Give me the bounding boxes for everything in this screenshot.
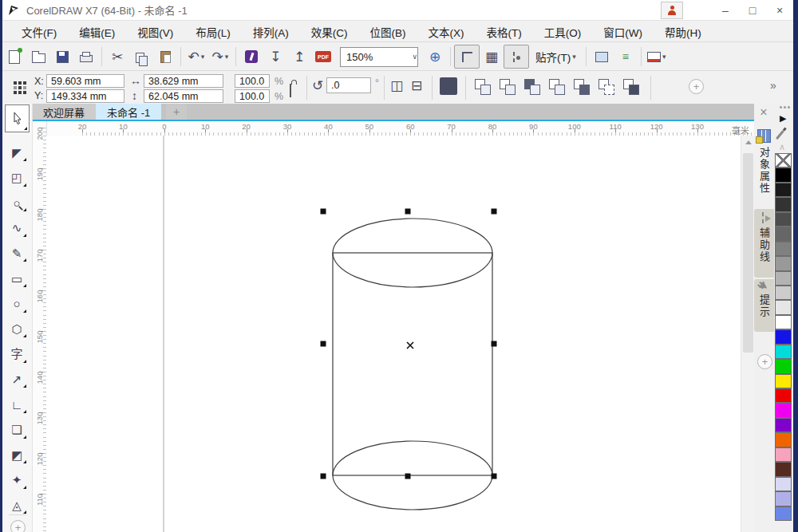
color-swatch-orange[interactable] — [775, 432, 792, 447]
color-swatch-lavender[interactable] — [775, 477, 792, 491]
color-swatch-purple[interactable] — [775, 418, 792, 432]
show-rulers-button[interactable] — [454, 45, 480, 69]
zoom-level-combo[interactable]: 150% ∨ — [340, 47, 418, 67]
new-tab-button[interactable]: + — [166, 104, 187, 120]
selection-handle[interactable] — [405, 474, 411, 479]
paste-button[interactable] — [153, 45, 177, 68]
intersect-button[interactable] — [523, 77, 542, 97]
vertical-scrollbar[interactable] — [741, 136, 755, 532]
docker-tab-guidelines[interactable]: 辅助线 — [754, 209, 774, 278]
object-width-input[interactable]: 38.629 mm — [144, 74, 223, 88]
export-button[interactable]: ↥ — [287, 45, 311, 68]
menu-item-4[interactable]: 布局(L) — [184, 21, 242, 43]
show-grid-button[interactable]: ▦ — [480, 45, 504, 68]
horizontal-ruler[interactable]: 毫米 20100102030405060708090100110120130 — [46, 121, 754, 136]
smart-fill-tool[interactable]: ◬ — [6, 495, 28, 515]
vertical-ruler[interactable]: 200190180170160150140130120110 — [32, 121, 47, 532]
color-swatch-40-black[interactable] — [775, 256, 792, 270]
mirror-vertical-icon[interactable]: ⊟ — [411, 79, 422, 93]
workspace-button[interactable]: ▾ — [645, 45, 669, 68]
menu-item-3[interactable]: 视图(V) — [126, 21, 184, 43]
menu-item-8[interactable]: 文本(X) — [417, 21, 476, 43]
redo-button[interactable]: ↷▾ — [208, 45, 232, 68]
selection-handle[interactable] — [492, 209, 497, 215]
menu-item-6[interactable]: 效果(C) — [300, 21, 359, 43]
selection-handle[interactable] — [321, 341, 326, 347]
scroll-up-icon[interactable] — [741, 136, 755, 148]
color-swatch-70-black[interactable] — [775, 212, 792, 227]
text-tool[interactable]: 字 — [6, 344, 28, 365]
cut-button[interactable]: ✂ — [105, 45, 129, 68]
scale-x-input[interactable]: 100.0 — [235, 74, 270, 88]
cylinder-body[interactable] — [333, 253, 492, 475]
color-swatch-light-violet[interactable] — [775, 491, 792, 506]
selection-handle[interactable] — [405, 209, 411, 215]
menu-item-10[interactable]: 工具(O) — [533, 21, 593, 43]
menu-item-7[interactable]: 位图(B) — [359, 21, 417, 43]
color-eyedropper-tool[interactable]: ✦ — [6, 470, 28, 491]
quick-customize-button[interactable]: + — [689, 79, 704, 94]
color-swatch-blue[interactable] — [775, 329, 792, 344]
toolbox-quick-customize-button[interactable]: + — [10, 520, 26, 532]
color-swatch-green[interactable] — [775, 359, 792, 373]
fullscreen-preview-button[interactable]: ⊕ — [423, 45, 447, 68]
color-swatch-20-black[interactable] — [775, 286, 792, 300]
tab-welcome-screen[interactable]: 欢迎屏幕 — [32, 104, 96, 120]
color-swatch-cyan[interactable] — [775, 345, 792, 359]
maximize-button[interactable]: □ — [739, 2, 766, 19]
close-button[interactable]: × — [766, 2, 793, 19]
overflow-chevron-icon[interactable]: » — [770, 79, 776, 92]
transparency-tool[interactable]: ◩ — [6, 444, 28, 465]
cylinder-drawing[interactable] — [46, 136, 741, 532]
docker-tab-hints[interactable]: 提示 — [754, 279, 774, 332]
selection-handle[interactable] — [492, 341, 497, 347]
rotation-input[interactable]: .0 — [326, 77, 371, 93]
color-swatch-white[interactable] — [775, 315, 792, 329]
customize-button[interactable]: ≡ — [614, 45, 638, 68]
color-swatch-pink[interactable] — [775, 447, 792, 462]
mirror-horizontal-icon[interactable]: ◫ — [390, 79, 403, 93]
publish-pdf-button[interactable]: PDF — [311, 45, 335, 68]
combine-icon[interactable] — [440, 77, 457, 95]
palette-eyedropper-icon[interactable] — [776, 130, 784, 140]
copy-button[interactable] — [129, 45, 153, 68]
menu-item-2[interactable]: 编辑(E) — [68, 21, 126, 43]
drawing-canvas[interactable] — [46, 136, 741, 532]
weld-button[interactable] — [473, 77, 492, 97]
sign-in-button[interactable] — [661, 2, 683, 19]
menu-item-5[interactable]: 排列(A) — [242, 21, 300, 43]
simplify-button[interactable] — [547, 77, 567, 97]
artistic-media-tool[interactable]: ✎ — [6, 242, 28, 263]
rectangle-tool[interactable]: ▭ — [6, 268, 28, 289]
menu-item-9[interactable]: 表格(T) — [476, 21, 533, 43]
color-swatch-30-black[interactable] — [775, 271, 792, 286]
scale-y-input[interactable]: 100.0 — [235, 89, 270, 103]
docker-close-icon[interactable]: × — [757, 105, 771, 120]
dimension-tool[interactable]: ↗ — [6, 368, 28, 389]
undo-button[interactable]: ↶▾ — [184, 45, 208, 68]
snap-to-menu[interactable]: 贴齐(T)▾ — [529, 49, 583, 65]
freehand-tool[interactable]: ∿ — [6, 218, 28, 238]
scrollbar-thumb[interactable] — [743, 153, 753, 353]
show-guidelines-button[interactable] — [504, 45, 529, 69]
color-swatch-cornflower-blue[interactable] — [775, 506, 792, 521]
object-height-input[interactable]: 62.045 mm — [144, 89, 223, 103]
minimize-button[interactable]: – — [712, 2, 739, 19]
selection-handle[interactable] — [321, 474, 326, 479]
color-swatch-50-black[interactable] — [775, 242, 792, 256]
back-minus-front-button[interactable] — [597, 77, 616, 97]
color-swatch-black[interactable] — [775, 167, 792, 182]
color-swatch-90-black[interactable] — [775, 183, 792, 197]
open-button[interactable] — [26, 45, 50, 68]
color-swatch-magenta[interactable] — [775, 403, 792, 417]
create-boundary-button[interactable] — [622, 77, 641, 97]
new-document-button[interactable] — [2, 45, 26, 68]
lock-ratio-icon[interactable] — [290, 84, 291, 97]
shape-tool[interactable]: ◤ — [6, 142, 28, 163]
window-options-button[interactable] — [590, 45, 614, 68]
undo-dropdown[interactable]: ▾ — [201, 53, 205, 61]
color-swatch-red[interactable] — [775, 388, 792, 403]
tab-untitled-1[interactable]: 未命名 -1 — [96, 104, 161, 120]
color-swatch-10-black[interactable] — [775, 300, 792, 314]
selection-handle[interactable] — [492, 474, 497, 479]
